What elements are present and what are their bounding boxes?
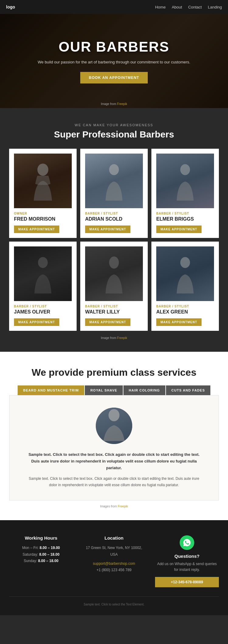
hero-title: OUR BARBERS xyxy=(38,39,190,55)
hero-credit-link[interactable]: Freepik xyxy=(117,102,127,106)
tab-cuts-fades[interactable]: CUTS AND FADES xyxy=(166,385,210,395)
appointment-btn-4[interactable]: MAKE APPOINTMENT xyxy=(85,318,130,326)
barber-name-4: WALTER LILLY xyxy=(85,309,143,315)
services-credit: Images from Freepik xyxy=(9,505,219,508)
barber-role-2: BARBER / STYLIST xyxy=(156,212,214,215)
whatsapp-button[interactable]: +12-345-678-89089 xyxy=(155,577,219,587)
barber-role-1: BARBER / STYLIST xyxy=(85,212,143,215)
logo: logo xyxy=(6,5,15,9)
barber-photo-inner-4 xyxy=(85,246,143,301)
barber-photo-4 xyxy=(85,246,143,301)
service-tabs: BEARD AND MUSTACHE TRIM ROYAL SHAVE HAIR… xyxy=(9,385,219,395)
barber-photo-5 xyxy=(156,246,214,301)
hero-credit: Image from Freepik xyxy=(101,102,127,106)
nav-links: Home About Contact Landing xyxy=(155,5,222,9)
barber-photo-3 xyxy=(14,246,72,301)
footer-questions: Questions? Add us on WhatsApp & send que… xyxy=(155,535,219,587)
service-text-main: Sample text. Click to select the text bo… xyxy=(25,451,203,471)
appointment-btn-2[interactable]: MAKE APPOINTMENT xyxy=(156,225,202,233)
services-credit-text: Images from xyxy=(100,505,118,508)
barber-photo-2 xyxy=(156,154,214,208)
hero-credit-text: Image from xyxy=(101,102,117,106)
navigation: logo Home About Contact Landing xyxy=(0,0,228,14)
footer-location: Location 17 Green St, New York, NY 10002… xyxy=(82,535,146,587)
barber-photo-inner-1 xyxy=(85,154,143,208)
nav-contact[interactable]: Contact xyxy=(188,5,202,9)
hero-subtitle: We build our passion for the art of barb… xyxy=(38,59,190,66)
barbers-credit-link[interactable]: Freepik xyxy=(117,336,127,340)
location-email[interactable]: support@barbershop.com xyxy=(82,561,146,566)
location-title: Location xyxy=(82,535,146,541)
barber-photo-1 xyxy=(85,154,143,208)
questions-text: Add us on WhatsApp & send queries for in… xyxy=(155,561,219,573)
svg-point-3 xyxy=(38,257,48,268)
tab-hair-coloring[interactable]: HAIR COLORING xyxy=(123,385,165,395)
footer-working-hours: Working Hours Mon – Fri: 8.00 – 19.00 Sa… xyxy=(9,535,73,587)
barbers-credit: Image from Freepik xyxy=(9,336,219,340)
barber-card-0: OWNER FRED MORRISON MAKE APPOINTMENT xyxy=(9,149,77,238)
barber-photo-inner-5 xyxy=(156,246,214,301)
service-text-secondary: Sample text. Click to select the text bo… xyxy=(25,476,203,488)
barber-name-5: ALEX GREEN xyxy=(156,309,214,315)
services-section: We provide premium class services BEARD … xyxy=(0,352,228,520)
service-content: Sample text. Click to select the text bo… xyxy=(9,395,219,500)
footer: Working Hours Mon – Fri: 8.00 – 19.00 Sa… xyxy=(0,520,228,615)
svg-point-0 xyxy=(37,164,48,176)
nav-landing[interactable]: Landing xyxy=(208,5,222,9)
service-avatar xyxy=(96,408,132,444)
barber-role-4: BARBER / STYLIST xyxy=(85,305,143,308)
barbers-grid: OWNER FRED MORRISON MAKE APPOINTMENT BAR… xyxy=(9,149,219,331)
location-phone: +1 (800) 123 456 789 xyxy=(96,568,131,572)
barbers-title: Super Professional Barbers xyxy=(9,129,219,140)
whatsapp-icon xyxy=(180,535,194,550)
location-address: 17 Green St, New York, NY 10002, USA xyxy=(82,545,146,558)
appointment-btn-5[interactable]: MAKE APPOINTMENT xyxy=(156,318,202,326)
hero-section: OUR BARBERS We build our passion for the… xyxy=(0,14,228,108)
barber-card-2: BARBER / STYLIST ELMER BRIGGS MAKE APPOI… xyxy=(151,149,219,238)
nav-about[interactable]: About xyxy=(172,5,182,9)
footer-bottom: Sample text. Click to select the Text El… xyxy=(9,596,219,606)
services-credit-link[interactable]: Freepik xyxy=(118,505,128,508)
saturday-value: 8.00 – 18.00 xyxy=(39,552,60,557)
barber-silhouette-0 xyxy=(31,161,55,201)
appointment-btn-0[interactable]: MAKE APPOINTMENT xyxy=(14,225,59,233)
barber-silhouette-4 xyxy=(102,254,126,293)
svg-point-5 xyxy=(180,257,190,268)
barber-card-5: BARBER / STYLIST ALEX GREEN MAKE APPOINT… xyxy=(151,242,219,331)
barbers-subtitle: WE CAN MAKE YOUR AWESOMENESS xyxy=(9,123,219,127)
questions-title: Questions? xyxy=(155,554,219,559)
tab-royal-shave[interactable]: ROYAL SHAVE xyxy=(85,385,123,395)
barber-name-0: FRED MORRISON xyxy=(14,216,72,222)
svg-point-4 xyxy=(109,256,119,269)
footer-bottom-text: Sample text. Click to select the Text El… xyxy=(84,603,144,606)
nav-home[interactable]: Home xyxy=(155,5,166,9)
hero-content: OUR BARBERS We build our passion for the… xyxy=(32,32,196,90)
barber-name-3: JAMES OLIVER xyxy=(14,309,72,315)
mon-fri-label: Mon – Fri: xyxy=(22,546,39,550)
svg-point-2 xyxy=(180,164,190,175)
sunday-label: Sunday: xyxy=(24,559,37,563)
barber-photo-inner-2 xyxy=(156,154,214,208)
barber-role-3: BARBER / STYLIST xyxy=(14,305,72,308)
tab-beard-mustache[interactable]: BEARD AND MUSTACHE TRIM xyxy=(18,385,84,395)
barber-role-0: OWNER xyxy=(14,212,72,215)
sunday-value: 8.00 – 18.00 xyxy=(38,559,58,563)
working-hours-content: Mon – Fri: 8.00 – 19.00 Saturday: 8.00 –… xyxy=(9,545,73,564)
barber-photo-0 xyxy=(14,154,72,208)
footer-grid: Working Hours Mon – Fri: 8.00 – 19.00 Sa… xyxy=(9,535,219,587)
barber-photo-inner-3 xyxy=(14,246,72,301)
working-hours-title: Working Hours xyxy=(9,535,73,541)
barbers-section: WE CAN MAKE YOUR AWESOMENESS Super Profe… xyxy=(0,108,228,352)
appointment-btn-1[interactable]: MAKE APPOINTMENT xyxy=(85,225,130,233)
barber-card-3: BARBER / STYLIST JAMES OLIVER MAKE APPOI… xyxy=(9,242,77,331)
service-person-icon xyxy=(100,408,128,441)
barber-silhouette-5 xyxy=(173,254,197,293)
barber-silhouette-1 xyxy=(102,161,126,201)
book-appointment-button[interactable]: BOOK AN APPOINTMENT xyxy=(80,72,147,83)
svg-point-1 xyxy=(109,164,119,175)
appointment-btn-3[interactable]: MAKE APPOINTMENT xyxy=(14,318,59,326)
barber-card-4: BARBER / STYLIST WALTER LILLY MAKE APPOI… xyxy=(80,242,148,331)
barber-role-5: BARBER / STYLIST xyxy=(156,305,214,308)
barber-name-1: ADRIAN SCOLD xyxy=(85,216,143,222)
svg-point-6 xyxy=(109,409,119,421)
